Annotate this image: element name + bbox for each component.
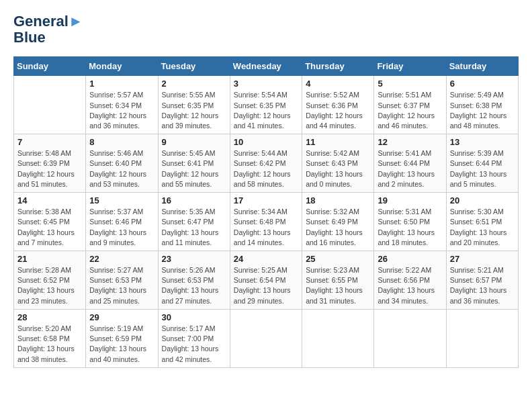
- day-cell: 9Sunrise: 5:45 AM Sunset: 6:41 PM Daylig…: [158, 134, 230, 193]
- day-cell: 5Sunrise: 5:51 AM Sunset: 6:37 PM Daylig…: [374, 76, 446, 134]
- day-info: Sunrise: 5:54 AM Sunset: 6:35 PM Dayligh…: [234, 90, 298, 131]
- day-info: Sunrise: 5:21 AM Sunset: 6:57 PM Dayligh…: [450, 265, 515, 306]
- day-info: Sunrise: 5:51 AM Sunset: 6:37 PM Dayligh…: [378, 90, 442, 131]
- day-number: 13: [450, 137, 515, 147]
- calendar-header: SundayMondayTuesdayWednesdayThursdayFrid…: [14, 57, 519, 76]
- day-info: Sunrise: 5:32 AM Sunset: 6:49 PM Dayligh…: [306, 207, 370, 248]
- day-number: 19: [378, 195, 442, 205]
- day-number: 11: [306, 137, 370, 147]
- day-number: 12: [378, 137, 442, 147]
- day-cell: 18Sunrise: 5:32 AM Sunset: 6:49 PM Dayli…: [302, 193, 374, 251]
- day-cell: 2Sunrise: 5:55 AM Sunset: 6:35 PM Daylig…: [158, 76, 230, 134]
- day-cell: 19Sunrise: 5:31 AM Sunset: 6:50 PM Dayli…: [374, 193, 446, 251]
- day-cell: 26Sunrise: 5:22 AM Sunset: 6:56 PM Dayli…: [374, 251, 446, 310]
- day-number: 30: [162, 312, 226, 322]
- day-number: 29: [89, 312, 154, 322]
- day-info: Sunrise: 5:35 AM Sunset: 6:47 PM Dayligh…: [162, 207, 226, 248]
- day-cell: 6Sunrise: 5:49 AM Sunset: 6:38 PM Daylig…: [446, 76, 518, 134]
- day-info: Sunrise: 5:55 AM Sunset: 6:35 PM Dayligh…: [162, 90, 226, 131]
- day-number: 23: [162, 254, 226, 264]
- day-cell: 15Sunrise: 5:37 AM Sunset: 6:46 PM Dayli…: [86, 193, 158, 251]
- day-number: 9: [162, 137, 226, 147]
- weekday-saturday: Saturday: [446, 57, 518, 76]
- day-number: 25: [306, 254, 370, 264]
- day-number: 26: [378, 254, 442, 264]
- day-cell: 29Sunrise: 5:19 AM Sunset: 6:59 PM Dayli…: [86, 309, 158, 367]
- day-info: Sunrise: 5:46 AM Sunset: 6:40 PM Dayligh…: [89, 148, 154, 189]
- day-cell: 4Sunrise: 5:52 AM Sunset: 6:36 PM Daylig…: [302, 76, 374, 134]
- day-number: 18: [306, 195, 370, 205]
- day-cell: 13Sunrise: 5:39 AM Sunset: 6:44 PM Dayli…: [446, 134, 518, 193]
- day-cell: 27Sunrise: 5:21 AM Sunset: 6:57 PM Dayli…: [446, 251, 518, 310]
- day-info: Sunrise: 5:41 AM Sunset: 6:44 PM Dayligh…: [378, 148, 442, 189]
- day-cell: [446, 309, 518, 367]
- day-number: 7: [17, 137, 82, 147]
- day-number: 16: [162, 195, 226, 205]
- week-row-1: 1Sunrise: 5:57 AM Sunset: 6:34 PM Daylig…: [14, 76, 519, 134]
- weekday-monday: Monday: [86, 57, 158, 76]
- week-row-4: 21Sunrise: 5:28 AM Sunset: 6:52 PM Dayli…: [14, 251, 519, 310]
- day-number: 20: [450, 195, 515, 205]
- day-info: Sunrise: 5:39 AM Sunset: 6:44 PM Dayligh…: [450, 148, 515, 189]
- day-cell: 28Sunrise: 5:20 AM Sunset: 6:58 PM Dayli…: [14, 309, 86, 367]
- day-cell: [230, 309, 302, 367]
- day-number: 3: [234, 79, 298, 89]
- day-number: 21: [17, 254, 82, 264]
- day-cell: 1Sunrise: 5:57 AM Sunset: 6:34 PM Daylig…: [86, 76, 158, 134]
- day-cell: 12Sunrise: 5:41 AM Sunset: 6:44 PM Dayli…: [374, 134, 446, 193]
- day-info: Sunrise: 5:17 AM Sunset: 7:00 PM Dayligh…: [162, 324, 226, 365]
- week-row-3: 14Sunrise: 5:38 AM Sunset: 6:45 PM Dayli…: [14, 193, 519, 251]
- day-info: Sunrise: 5:57 AM Sunset: 6:34 PM Dayligh…: [89, 90, 154, 131]
- day-cell: 16Sunrise: 5:35 AM Sunset: 6:47 PM Dayli…: [158, 193, 230, 251]
- week-row-5: 28Sunrise: 5:20 AM Sunset: 6:58 PM Dayli…: [14, 309, 519, 367]
- weekday-wednesday: Wednesday: [230, 57, 302, 76]
- day-info: Sunrise: 5:42 AM Sunset: 6:43 PM Dayligh…: [306, 148, 370, 189]
- day-info: Sunrise: 5:44 AM Sunset: 6:42 PM Dayligh…: [234, 148, 298, 189]
- day-info: Sunrise: 5:23 AM Sunset: 6:55 PM Dayligh…: [306, 265, 370, 306]
- day-cell: 14Sunrise: 5:38 AM Sunset: 6:45 PM Dayli…: [14, 193, 86, 251]
- day-info: Sunrise: 5:38 AM Sunset: 6:45 PM Dayligh…: [17, 207, 82, 248]
- weekday-thursday: Thursday: [302, 57, 374, 76]
- day-cell: [14, 76, 86, 134]
- day-cell: 24Sunrise: 5:25 AM Sunset: 6:54 PM Dayli…: [230, 251, 302, 310]
- page-header: General►Blue: [13, 13, 519, 46]
- day-info: Sunrise: 5:30 AM Sunset: 6:51 PM Dayligh…: [450, 207, 515, 248]
- day-info: Sunrise: 5:28 AM Sunset: 6:52 PM Dayligh…: [17, 265, 82, 306]
- day-number: 15: [89, 195, 154, 205]
- day-number: 8: [89, 137, 154, 147]
- logo-text: General►Blue: [13, 13, 83, 46]
- day-info: Sunrise: 5:22 AM Sunset: 6:56 PM Dayligh…: [378, 265, 442, 306]
- day-cell: 20Sunrise: 5:30 AM Sunset: 6:51 PM Dayli…: [446, 193, 518, 251]
- day-info: Sunrise: 5:31 AM Sunset: 6:50 PM Dayligh…: [378, 207, 442, 248]
- day-cell: 30Sunrise: 5:17 AM Sunset: 7:00 PM Dayli…: [158, 309, 230, 367]
- day-cell: 23Sunrise: 5:26 AM Sunset: 6:53 PM Dayli…: [158, 251, 230, 310]
- day-info: Sunrise: 5:48 AM Sunset: 6:39 PM Dayligh…: [17, 148, 82, 189]
- day-cell: 21Sunrise: 5:28 AM Sunset: 6:52 PM Dayli…: [14, 251, 86, 310]
- day-number: 28: [17, 312, 82, 322]
- weekday-header-row: SundayMondayTuesdayWednesdayThursdayFrid…: [14, 57, 519, 76]
- day-cell: 3Sunrise: 5:54 AM Sunset: 6:35 PM Daylig…: [230, 76, 302, 134]
- day-number: 17: [234, 195, 298, 205]
- day-info: Sunrise: 5:26 AM Sunset: 6:53 PM Dayligh…: [162, 265, 226, 306]
- weekday-sunday: Sunday: [14, 57, 86, 76]
- day-info: Sunrise: 5:49 AM Sunset: 6:38 PM Dayligh…: [450, 90, 515, 131]
- day-cell: [302, 309, 374, 367]
- day-info: Sunrise: 5:45 AM Sunset: 6:41 PM Dayligh…: [162, 148, 226, 189]
- day-number: 10: [234, 137, 298, 147]
- day-info: Sunrise: 5:27 AM Sunset: 6:53 PM Dayligh…: [89, 265, 154, 306]
- day-cell: 25Sunrise: 5:23 AM Sunset: 6:55 PM Dayli…: [302, 251, 374, 310]
- day-number: 24: [234, 254, 298, 264]
- logo: General►Blue: [13, 13, 83, 46]
- day-number: 5: [378, 79, 442, 89]
- day-cell: 22Sunrise: 5:27 AM Sunset: 6:53 PM Dayli…: [86, 251, 158, 310]
- day-cell: 17Sunrise: 5:34 AM Sunset: 6:48 PM Dayli…: [230, 193, 302, 251]
- day-info: Sunrise: 5:25 AM Sunset: 6:54 PM Dayligh…: [234, 265, 298, 306]
- weekday-friday: Friday: [374, 57, 446, 76]
- day-info: Sunrise: 5:34 AM Sunset: 6:48 PM Dayligh…: [234, 207, 298, 248]
- day-cell: [374, 309, 446, 367]
- calendar-body: 1Sunrise: 5:57 AM Sunset: 6:34 PM Daylig…: [14, 76, 519, 367]
- day-number: 2: [162, 79, 226, 89]
- day-cell: 8Sunrise: 5:46 AM Sunset: 6:40 PM Daylig…: [86, 134, 158, 193]
- day-number: 6: [450, 79, 515, 89]
- day-cell: 11Sunrise: 5:42 AM Sunset: 6:43 PM Dayli…: [302, 134, 374, 193]
